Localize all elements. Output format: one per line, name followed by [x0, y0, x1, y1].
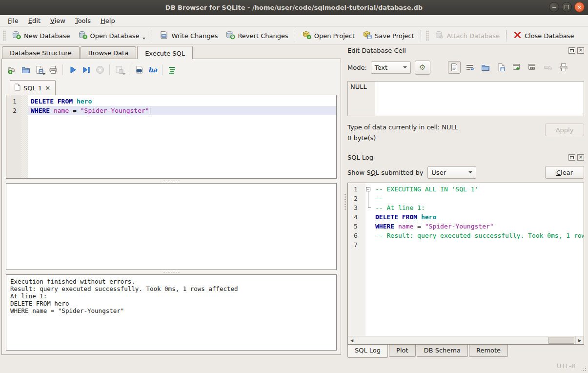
scroll-left-icon[interactable]: ◀	[348, 336, 356, 344]
results-grid[interactable]	[6, 183, 337, 270]
execute-sql-panel: ba SQL 1 ✕ 1DELETE FROM hero2WHERE name …	[1, 59, 341, 355]
autocomplete-icon[interactable]: ba	[146, 63, 159, 76]
maximize-icon[interactable]	[562, 2, 572, 12]
export-data-icon[interactable]	[495, 61, 507, 74]
apply-button: Apply	[545, 124, 584, 136]
import-data-icon[interactable]	[479, 61, 492, 74]
toolbar-drag-handle[interactable]	[3, 30, 6, 41]
text-mode-icon[interactable]	[448, 61, 461, 74]
print-icon[interactable]	[47, 63, 60, 76]
toolbar-separator	[295, 30, 296, 41]
editor-lines: 1DELETE FROM hero2WHERE name = "Spider-Y…	[6, 95, 336, 115]
mode-select[interactable]: Text	[371, 62, 411, 74]
open-url-link-icon[interactable]	[526, 61, 539, 74]
menu-help[interactable]: Help	[96, 16, 120, 26]
attach-database-icon	[435, 30, 444, 41]
close-database-button[interactable]: Close Database	[509, 29, 578, 42]
sql-log-dock-title: SQL Log	[347, 154, 373, 161]
save-sql-dropdown-icon[interactable]	[42, 73, 45, 75]
vertical-splitter[interactable]	[344, 44, 346, 359]
dock-tab-remote[interactable]: Remote	[469, 345, 508, 357]
statusbar: UTF-8	[0, 359, 588, 373]
dock-tab-plot[interactable]: Plot	[389, 345, 416, 357]
code-line[interactable]: 7	[348, 240, 584, 249]
log-filter-select[interactable]: User	[427, 166, 476, 179]
execute-current-line-icon[interactable]	[80, 63, 93, 76]
code-line[interactable]: 2WHERE name = "Spider-Youngster"	[6, 106, 336, 115]
open-project-button[interactable]: Open Project	[298, 28, 359, 43]
save-results-dropdown-icon	[122, 73, 125, 75]
titlebar: DB Browser for SQLite - /home/user/code/…	[0, 0, 588, 15]
dock-tab-db-schema[interactable]: DB Schema	[417, 345, 468, 357]
horizontal-scrollbar[interactable]: ◀ ▶	[348, 336, 584, 344]
chevron-down-icon	[403, 66, 407, 68]
resize-grip-icon[interactable]	[581, 366, 587, 372]
execute-all-icon[interactable]	[66, 63, 79, 76]
execution-message-pane[interactable]: Execution finished without errors.Result…	[6, 274, 337, 351]
sql-file-icon	[14, 83, 20, 92]
sql-log-code[interactable]: 1-- EXECUTING ALL IN 'SQL 1'2--3-- At li…	[348, 183, 584, 336]
close-icon[interactable]: ×	[574, 2, 585, 12]
format-sql-icon[interactable]	[166, 63, 179, 76]
menu-tools[interactable]: Tools	[70, 16, 96, 26]
cell-type-info: Type of data currently in cell: NULL	[347, 124, 545, 131]
close-dock-icon[interactable]: ×	[577, 47, 584, 54]
cell-size-info: 0 byte(s)	[347, 134, 545, 142]
auto-switch-mode-button[interactable]: ⚙	[415, 61, 430, 75]
mode-value: Text	[375, 64, 387, 71]
open-database-dropdown-icon[interactable]	[142, 38, 145, 40]
find-icon[interactable]	[133, 63, 145, 76]
menu-edit[interactable]: Edit	[23, 16, 45, 26]
save-project-icon	[363, 30, 372, 41]
code-line[interactable]: 6-- Result: query executed successfully.…	[348, 231, 584, 240]
print-cell-icon[interactable]	[557, 61, 570, 74]
edit-cell-dock-title: Edit Database Cell	[347, 47, 406, 54]
menu-view[interactable]: View	[45, 16, 70, 26]
tab-browse-data[interactable]: Browse Data	[81, 46, 137, 59]
clear-log-button[interactable]: Clear	[545, 166, 584, 179]
horizontal-splitter[interactable]	[6, 179, 337, 183]
mode-label: Mode:	[347, 64, 367, 71]
open-database-icon	[78, 30, 87, 41]
horizontal-splitter[interactable]	[6, 270, 337, 274]
tab-execute-sql[interactable]: Execute SQL	[137, 46, 193, 59]
tab-database-structure[interactable]: Database Structure	[2, 46, 80, 59]
float-dock-icon[interactable]	[568, 154, 575, 161]
window-controls: − ×	[549, 2, 585, 12]
dock-tab-sql-log[interactable]: SQL Log	[347, 345, 388, 358]
code-line[interactable]: 2--	[348, 194, 584, 203]
minimize-icon[interactable]: −	[549, 2, 559, 12]
toolbar-separator	[152, 30, 153, 41]
write-changes-button[interactable]: Write Changes	[155, 28, 222, 43]
word-wrap-icon[interactable]	[464, 61, 476, 74]
menubar: File Edit View Tools Help	[0, 15, 588, 27]
toolbar-drag-handle[interactable]	[426, 30, 429, 41]
sql-editor[interactable]: 1DELETE FROM hero2WHERE name = "Spider-Y…	[6, 95, 337, 179]
sql-tab[interactable]: SQL 1 ✕	[10, 80, 56, 95]
menu-file[interactable]: File	[3, 16, 23, 26]
cell-value: NULL	[350, 83, 367, 90]
open-database-button[interactable]: Open Database	[74, 28, 150, 43]
new-database-button[interactable]: New Database	[8, 28, 74, 43]
new-sql-tab-icon[interactable]	[6, 63, 19, 76]
code-line[interactable]: 4DELETE FROM hero	[348, 212, 584, 222]
code-line[interactable]: 5WHERE name = "Spider-Youngster"	[348, 222, 584, 231]
open-sql-file-icon[interactable]	[20, 63, 32, 76]
apply-to-external-icon[interactable]	[510, 61, 523, 74]
save-project-button[interactable]: Save Project	[359, 28, 418, 43]
write-changes-icon	[159, 30, 168, 41]
code-line[interactable]: 1DELETE FROM hero	[6, 97, 336, 106]
scroll-right-icon[interactable]: ▶	[575, 336, 584, 344]
cell-editor[interactable]: NULL	[347, 81, 584, 116]
scrollbar-track[interactable]	[356, 336, 575, 344]
float-dock-icon[interactable]	[568, 47, 575, 54]
close-dock-icon[interactable]: ×	[577, 154, 584, 161]
right-dock-area: Edit Database Cell × Mode: Text ⚙	[346, 44, 588, 359]
revert-changes-button[interactable]: Revert Changes	[222, 28, 292, 43]
close-sql-tab-icon[interactable]: ✕	[45, 85, 50, 91]
code-line[interactable]: 3-- At line 1:	[348, 203, 584, 212]
scrollbar-thumb[interactable]	[548, 337, 574, 344]
code-line[interactable]: 1-- EXECUTING ALL IN 'SQL 1'	[348, 185, 584, 194]
chevron-down-icon	[468, 171, 472, 173]
save-sql-file-icon[interactable]	[33, 63, 46, 76]
